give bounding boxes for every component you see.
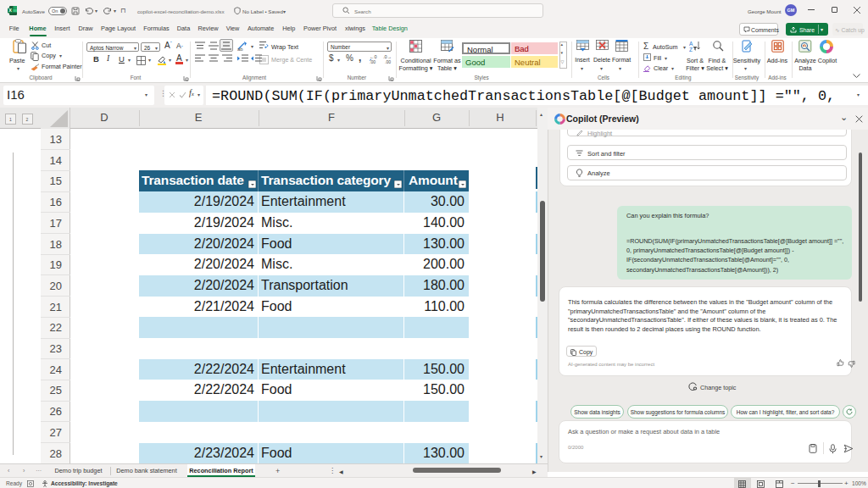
svg-text:ab: ab: [237, 47, 243, 51]
svg-text:.00: .00: [385, 59, 391, 64]
svg-text:A: A: [689, 41, 693, 47]
svg-text:Z: Z: [689, 47, 693, 53]
svg-text:X: X: [8, 8, 12, 13]
